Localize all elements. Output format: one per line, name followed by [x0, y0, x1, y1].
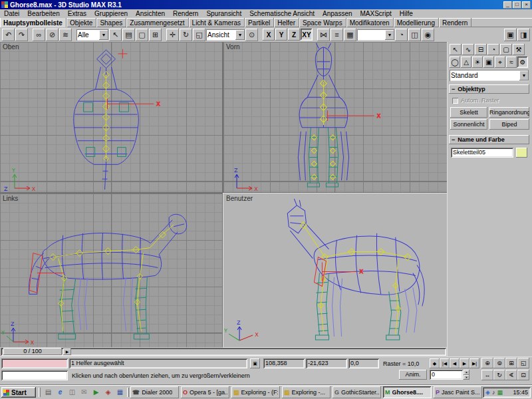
tab-helfer[interactable]: Helfer: [274, 18, 299, 27]
helpers-category-icon[interactable]: ⌖: [495, 57, 505, 68]
bind-to-spacewarp-icon[interactable]: ≋: [59, 29, 72, 41]
select-by-name-icon[interactable]: ▤: [122, 29, 135, 41]
previous-frame-icon[interactable]: ◀: [450, 358, 460, 368]
dropdown-arrow-icon[interactable]: ▼: [99, 30, 108, 40]
array-icon[interactable]: ▦: [344, 29, 356, 41]
current-frame-field[interactable]: 0: [430, 370, 463, 380]
viewport-label-oben[interactable]: Oben: [3, 43, 19, 51]
tab-hauptsymbolleiste[interactable]: Hauptsymbolleiste: [0, 18, 66, 27]
restrict-x-button[interactable]: X: [263, 29, 275, 41]
viewport-canvas-vorn[interactable]: X Z X: [223, 42, 447, 192]
play-icon[interactable]: ▶: [460, 358, 469, 368]
display-tab-icon[interactable]: ▢: [500, 44, 512, 55]
next-frame-arrow-icon[interactable]: ▶: [63, 348, 71, 355]
tray-icon-2[interactable]: ♪: [492, 389, 495, 396]
tab-objekte[interactable]: Objekte: [66, 18, 96, 27]
rotate-icon[interactable]: ↻: [180, 29, 192, 41]
task-dialer-2000[interactable]: ☎ Dialer 2000: [130, 386, 179, 398]
selection-filter-dropdown[interactable]: Alle ▼: [76, 29, 108, 41]
autogrid-checkbox[interactable]: [452, 98, 458, 104]
menu-item-hilfe[interactable]: Hilfe: [400, 10, 413, 17]
task-gothicstarter[interactable]: G GothicStarter..: [332, 386, 381, 398]
modify-tab-icon[interactable]: ∿: [462, 44, 474, 55]
menu-item-ansichten[interactable]: Ansichten: [136, 10, 165, 17]
tab-zusammengesetzt[interactable]: Zusammengesetzt: [126, 18, 188, 27]
select-object-icon[interactable]: ↖: [109, 29, 122, 41]
time-slider-handle[interactable]: 0 / 100: [3, 348, 62, 355]
restrict-z-button[interactable]: Z: [288, 29, 300, 41]
named-selection-dropdown[interactable]: ▼: [357, 29, 394, 41]
move-icon[interactable]: ✛: [166, 29, 179, 41]
viewport-label-vorn[interactable]: Vorn: [226, 43, 240, 51]
crossing-selection-icon[interactable]: ⊞: [149, 29, 162, 41]
object-name-field[interactable]: Skelettteil05: [451, 148, 513, 158]
spinner-down-icon[interactable]: ▼: [464, 375, 469, 380]
task-exploring-f[interactable]: ▨ Exploring - (F:: [231, 386, 280, 398]
dropdown-arrow-icon[interactable]: ▼: [519, 70, 529, 80]
scale-icon[interactable]: ◱: [193, 29, 205, 41]
task-ghorse8-active[interactable]: M Ghorse8....: [383, 386, 432, 398]
use-pivot-center-icon[interactable]: ⊙: [245, 29, 258, 41]
menu-item-datei[interactable]: Datei: [4, 10, 19, 17]
menu-item-bearbeiten[interactable]: Bearbeiten: [27, 10, 59, 17]
minimize-button[interactable]: _: [503, 1, 512, 9]
quicklaunch-media-player-icon[interactable]: ▶: [90, 387, 102, 398]
tab-shapes[interactable]: Shapes: [96, 18, 126, 27]
rollout-name-farbe[interactable]: − Name und Farbe: [449, 135, 529, 144]
create-tab-icon[interactable]: ↖: [450, 44, 462, 55]
arc-rotate-icon[interactable]: ↻: [493, 370, 505, 380]
render-scene-icon[interactable]: ▣: [504, 29, 517, 41]
viewport-benutzer[interactable]: X Z X Y Benutzer: [223, 194, 447, 347]
skelett-button[interactable]: Skelett: [450, 107, 487, 118]
quick-render-icon[interactable]: ◨: [517, 29, 530, 41]
quicklaunch-outlook-icon[interactable]: ✉: [78, 387, 90, 398]
maximize-button[interactable]: □: [513, 1, 521, 9]
maxscript-mini-listener-white[interactable]: [1, 370, 68, 380]
maxscript-mini-listener-pink[interactable]: [1, 358, 68, 368]
zoom-region-icon[interactable]: ◱: [517, 358, 529, 368]
horse-mesh-user[interactable]: [287, 199, 424, 306]
menu-item-gruppieren[interactable]: Gruppieren: [94, 10, 128, 17]
start-button[interactable]: Start: [1, 387, 36, 398]
viewport-canvas-oben[interactable]: X Y X Z: [0, 42, 222, 192]
task-opera[interactable]: O Opera 5 - [ga..: [181, 386, 229, 398]
reference-coordsys-dropdown[interactable]: Ansicht ▼: [206, 29, 245, 41]
cameras-category-icon[interactable]: ▣: [483, 57, 494, 68]
geometry-category-icon[interactable]: ◯: [450, 57, 460, 68]
frame-spinner[interactable]: ▲ ▼: [464, 370, 469, 380]
viewport-oben[interactable]: X Y X Z Oben: [0, 42, 222, 192]
viewport-links[interactable]: Z X Y Links: [0, 194, 222, 347]
animate-button[interactable]: Anim.: [399, 370, 427, 380]
task-exploring-2[interactable]: ▨ Exploring -...: [282, 386, 331, 398]
quicklaunch-explorer-icon[interactable]: ▦: [114, 387, 126, 398]
schematic-view-icon[interactable]: ◫: [408, 29, 421, 41]
tab-licht-kameras[interactable]: Licht & Kameras: [189, 18, 245, 27]
quicklaunch-show-desktop-icon[interactable]: ▤: [43, 387, 54, 398]
go-to-end-icon[interactable]: ▶|: [469, 358, 479, 368]
zoom-extents-icon[interactable]: ⊞: [505, 358, 517, 368]
menu-item-rendern[interactable]: Rendern: [173, 10, 198, 17]
track-view-icon[interactable]: ◔: [395, 29, 408, 41]
biped-button[interactable]: Biped: [489, 119, 529, 130]
viewport-label-links[interactable]: Links: [3, 195, 18, 202]
undo-icon[interactable]: ↶: [2, 29, 15, 41]
spacewarps-category-icon[interactable]: ≈: [506, 57, 517, 68]
redo-icon[interactable]: ↷: [15, 29, 28, 41]
object-color-swatch[interactable]: [516, 148, 527, 158]
tab-space-warps[interactable]: Space Warps: [299, 18, 346, 27]
zoom-icon[interactable]: ⊕: [481, 358, 493, 368]
selection-lock-icon[interactable]: ▣: [250, 358, 260, 368]
viewport-canvas-links[interactable]: Z X Y: [0, 194, 222, 347]
rollout-objekttyp[interactable]: − Objekttyp: [449, 84, 529, 94]
motion-tab-icon[interactable]: ◔: [487, 44, 499, 55]
material-editor-icon[interactable]: ◉: [422, 29, 434, 41]
systems-category-icon[interactable]: ⚙: [517, 57, 528, 68]
menu-item-extras[interactable]: Extras: [68, 10, 86, 17]
tray-icon-3[interactable]: ▦: [497, 389, 503, 396]
field-of-view-icon[interactable]: ∢: [505, 370, 517, 380]
pan-icon[interactable]: ↔: [481, 370, 493, 380]
menu-item-schematische-ansicht[interactable]: Schematische Ansicht: [249, 10, 315, 17]
category-dropdown[interactable]: Standard ▼: [450, 70, 529, 81]
viewport-vorn[interactable]: X Z X Vorn: [223, 42, 447, 192]
dropdown-arrow-icon[interactable]: ▼: [235, 30, 245, 40]
